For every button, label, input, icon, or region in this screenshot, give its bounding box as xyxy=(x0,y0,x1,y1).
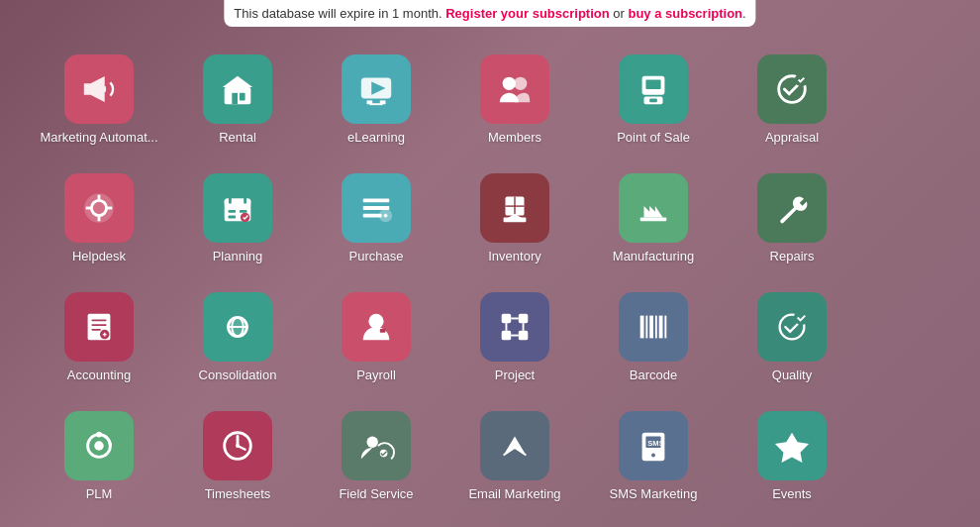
svg-point-65 xyxy=(794,310,809,325)
svg-rect-37 xyxy=(504,218,527,223)
svg-rect-28 xyxy=(240,210,247,213)
svg-point-9 xyxy=(503,77,516,90)
svg-rect-31 xyxy=(363,199,390,203)
field-service-label: Field Service xyxy=(339,486,413,501)
email-marketing-icon xyxy=(480,411,549,480)
app-events[interactable]: Events xyxy=(723,390,861,509)
svg-rect-12 xyxy=(645,80,660,90)
elearning-label: eLearning xyxy=(347,130,405,145)
rental-icon xyxy=(203,54,272,124)
svg-rect-40 xyxy=(91,319,106,321)
app-purchase[interactable]: Purchase xyxy=(307,153,445,271)
svg-point-73 xyxy=(367,437,378,448)
planning-icon xyxy=(203,173,272,243)
helpdesk-icon xyxy=(64,173,134,243)
marketing-automat-label: Marketing Automat... xyxy=(40,130,157,145)
app-attendances[interactable]: Attendances xyxy=(584,509,723,527)
svg-rect-53 xyxy=(519,331,529,341)
subscription-banner: This database will expire in 1 month. Re… xyxy=(224,0,755,27)
app-elearning[interactable]: eLearning xyxy=(307,34,445,153)
payroll-icon xyxy=(342,292,411,362)
purchase-label: Purchase xyxy=(349,249,404,264)
svg-rect-51 xyxy=(519,314,529,324)
app-marketing-automat[interactable]: Marketing Automat... xyxy=(30,34,168,153)
appraisal-label: Appraisal xyxy=(765,130,819,145)
accounting-icon xyxy=(64,292,134,362)
svg-rect-8 xyxy=(369,103,382,105)
svg-rect-60 xyxy=(649,316,653,339)
app-barcode[interactable]: Barcode xyxy=(584,271,723,390)
events-label: Events xyxy=(772,486,812,501)
app-recruitment[interactable]: Recruitment xyxy=(307,509,445,527)
plm-icon xyxy=(64,411,134,480)
app-surveys[interactable]: Surveys xyxy=(30,509,168,527)
app-manufacturing[interactable]: Manufacturing xyxy=(584,153,723,271)
app-inventory[interactable]: Inventory xyxy=(445,153,584,271)
inventory-icon xyxy=(480,173,549,243)
quality-label: Quality xyxy=(772,368,812,382)
app-payroll[interactable]: Payroll xyxy=(307,271,445,390)
app-repairs[interactable]: Repairs xyxy=(723,153,861,271)
svg-rect-14 xyxy=(649,99,657,103)
purchase-icon xyxy=(342,173,411,243)
svg-point-48 xyxy=(368,314,383,329)
app-helpdesk[interactable]: Helpdesk xyxy=(30,153,168,271)
elearning-icon xyxy=(342,54,411,124)
members-icon xyxy=(480,54,549,124)
register-link[interactable]: Register your subscription xyxy=(445,6,609,21)
app-referrals[interactable]: Referrals xyxy=(445,509,584,527)
sms-marketing-label: SMS Marketing xyxy=(610,486,698,501)
app-point-of-sale[interactable]: Point of Sale xyxy=(584,34,723,153)
point-of-sale-label: Point of Sale xyxy=(617,130,690,145)
repairs-label: Repairs xyxy=(770,249,815,264)
svg-rect-61 xyxy=(655,316,657,339)
app-timesheets[interactable]: Timesheets xyxy=(168,390,307,509)
app-appraisal[interactable]: Appraisal xyxy=(723,34,861,153)
svg-rect-59 xyxy=(645,316,647,339)
helpdesk-label: Helpdesk xyxy=(72,249,126,264)
buy-link[interactable]: buy a subscription xyxy=(628,6,742,21)
app-rental[interactable]: Rental xyxy=(168,34,307,153)
app-consolidation[interactable]: Consolidation xyxy=(168,271,307,390)
app-members[interactable]: Members xyxy=(445,34,584,153)
app-email-marketing[interactable]: Email Marketing xyxy=(445,390,584,509)
apps-grid: Marketing Automat...RentaleLearningMembe… xyxy=(0,14,980,527)
svg-rect-38 xyxy=(640,218,667,222)
email-marketing-label: Email Marketing xyxy=(468,486,560,501)
manufacturing-icon xyxy=(619,173,688,243)
app-field-service[interactable]: Field Service xyxy=(307,390,445,509)
field-service-icon xyxy=(342,411,411,480)
svg-rect-52 xyxy=(502,331,512,341)
svg-point-67 xyxy=(94,441,104,451)
svg-marker-82 xyxy=(775,433,809,463)
app-plm[interactable]: PLM xyxy=(30,390,168,509)
svg-rect-42 xyxy=(91,329,101,331)
app-accounting[interactable]: Accounting xyxy=(30,271,168,390)
payroll-label: Payroll xyxy=(356,368,396,382)
app-time-off[interactable]: Time Off xyxy=(723,509,861,527)
plm-label: PLM xyxy=(86,486,113,501)
svg-rect-24 xyxy=(225,199,251,207)
svg-point-10 xyxy=(514,77,527,90)
marketing-automat-icon xyxy=(64,54,134,124)
barcode-icon xyxy=(619,292,688,362)
project-icon xyxy=(480,292,549,362)
app-employees[interactable]: Employees xyxy=(168,509,307,527)
app-quality[interactable]: Quality xyxy=(723,271,861,390)
app-project[interactable]: Project xyxy=(445,271,584,390)
svg-text:SMS: SMS xyxy=(647,439,663,448)
planning-label: Planning xyxy=(213,249,263,264)
svg-rect-29 xyxy=(229,216,237,219)
consolidation-label: Consolidation xyxy=(199,368,277,382)
barcode-label: Barcode xyxy=(630,368,677,382)
repairs-icon xyxy=(757,173,827,243)
app-planning[interactable]: Planning xyxy=(168,153,307,271)
svg-rect-27 xyxy=(229,210,237,213)
project-label: Project xyxy=(495,368,535,382)
svg-rect-2 xyxy=(232,93,238,104)
appraisal-icon xyxy=(757,54,827,124)
svg-rect-63 xyxy=(664,316,666,339)
app-sms-marketing[interactable]: SMSSMS Marketing xyxy=(584,390,723,509)
svg-point-81 xyxy=(651,454,655,458)
consolidation-icon xyxy=(203,292,272,362)
